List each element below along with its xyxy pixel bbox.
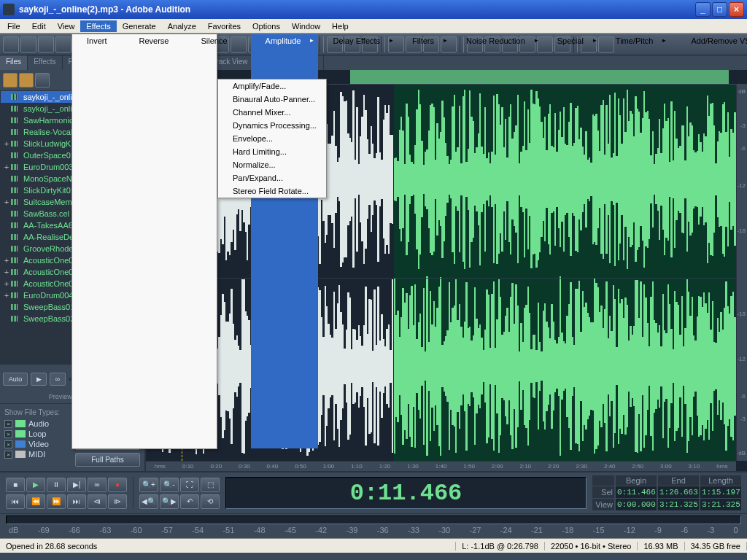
selview-value[interactable]: 3:21.325 <box>700 499 741 510</box>
effects-menu-dropdown: InvertReverseSilenceAmplitudeDelay Effec… <box>71 34 217 449</box>
close-button[interactable]: × <box>729 2 744 17</box>
amplitude-submenu: Amplify/Fade...Binaural Auto-Panner...Ch… <box>217 79 327 198</box>
selview-value[interactable]: 0:11.466 <box>616 486 657 498</box>
level-meter[interactable]: dB-69-66-63-60-57-54-51-48-45-42-39-36-3… <box>0 513 747 538</box>
status-level: L: -1.1dB @ 0:26.798 <box>456 542 545 551</box>
filetype-video[interactable]: ×Video <box>4 440 69 448</box>
menu-options[interactable]: Options <box>247 20 286 32</box>
filetype-loop[interactable]: ×Loop <box>4 429 69 438</box>
menuitem-dynamics-processing-[interactable]: Dynamics Processing... <box>218 119 326 132</box>
menu-view[interactable]: View <box>52 20 81 32</box>
menuitem-envelope-[interactable]: Envelope... <box>218 132 326 145</box>
zoom-prev-button[interactable]: ↶ <box>180 494 199 509</box>
toolbar-button-0[interactable] <box>3 36 19 52</box>
import-file-button[interactable] <box>3 73 18 88</box>
menuitem-invert[interactable]: Invert <box>72 34 125 448</box>
play-button[interactable]: ▶ <box>26 478 45 492</box>
menuitem-reverse[interactable]: Reverse <box>125 34 187 448</box>
maximize-button[interactable]: □ <box>712 2 727 17</box>
status-format: 22050 • 16-bit • Stereo <box>545 542 638 551</box>
time-ruler[interactable]: hms0:100:200:300:400:501:001:101:201:301… <box>146 461 736 471</box>
status-opened: Opened in 28.68 seconds <box>0 542 456 551</box>
menu-file[interactable]: File <box>1 20 26 32</box>
folder-button[interactable] <box>19 73 34 88</box>
menuitem-filters[interactable]: Filters <box>398 34 452 448</box>
app-icon <box>3 4 15 15</box>
auto-button[interactable]: Auto <box>3 373 28 386</box>
minimize-button[interactable]: _ <box>695 2 711 17</box>
menuitem-amplify-fade-[interactable]: Amplify/Fade... <box>218 79 326 93</box>
file-types-label: Show File Types: <box>4 408 69 416</box>
filetype-midi[interactable]: ×MIDI <box>4 450 69 459</box>
menu-edit[interactable]: Edit <box>26 20 52 32</box>
menuitem-special[interactable]: Special <box>543 34 601 448</box>
filetype-audio[interactable]: ×Audio <box>4 419 69 428</box>
menuitem-normalize-[interactable]: Normalize... <box>218 158 326 171</box>
full-paths-button[interactable]: Full Paths <box>75 453 140 467</box>
next-marker-button[interactable]: ⧐ <box>108 494 127 509</box>
time-display[interactable]: 0:11.466 <box>225 477 587 509</box>
go-start-button[interactable]: ⏮ <box>6 494 25 509</box>
statusbar: Opened in 28.68 seconds L: -1.1dB @ 0:26… <box>0 538 747 553</box>
zoom-full-button[interactable]: ⛶ <box>180 478 199 492</box>
menuitem-time-pitch[interactable]: Time/Pitch <box>601 34 671 448</box>
selview-value[interactable]: 3:21.325 <box>658 499 699 510</box>
titlebar: saykoji_-_online(2).mp3 - Adobe Audition… <box>0 0 747 19</box>
toolbar-button-2[interactable] <box>38 36 54 52</box>
menuitem-add-remove-vst-directory-[interactable]: Add/Remove VST Directory... <box>676 34 747 448</box>
toolbar-button-3[interactable] <box>55 36 71 52</box>
menu-effects[interactable]: Effects <box>80 20 116 32</box>
menuitem-delay-effects[interactable]: Delay Effects <box>318 34 398 448</box>
selview-value[interactable]: 0:00.000 <box>616 499 657 510</box>
menuitem-pan-expand-[interactable]: Pan/Expand... <box>218 171 326 184</box>
sidebar-tab-files[interactable]: Files <box>0 55 28 70</box>
preview-play-button[interactable]: ▶ <box>31 373 47 386</box>
zoom-sel-button[interactable]: ⬚ <box>201 478 220 492</box>
menubar: FileEditViewEffectsGenerateAnalyzeFavori… <box>0 19 747 34</box>
menuitem-noise-reduction[interactable]: Noise Reduction <box>452 34 543 448</box>
close-file-button[interactable] <box>35 73 50 88</box>
selview-value[interactable]: 1:15.197 <box>700 486 741 498</box>
menu-help[interactable]: Help <box>326 20 355 32</box>
record-button[interactable]: ● <box>108 478 127 492</box>
pause-button[interactable]: ⏸ <box>47 478 66 492</box>
menuitem-stereo-field-rotate-[interactable]: Stereo Field Rotate... <box>218 184 326 198</box>
zoom-in-left-button[interactable]: ◀🔍 <box>139 494 158 509</box>
play-selection-button[interactable]: ▶| <box>67 478 86 492</box>
sidebar-tab-effects[interactable]: Effects <box>28 55 62 70</box>
preview-loop-button[interactable]: ∞ <box>50 373 66 386</box>
rewind-button[interactable]: ⏪ <box>26 494 45 509</box>
transport-bar: ■ ▶ ⏸ ▶| ∞ ● ⏮ ⏪ ⏩ ⏭ ⧏ ⧐ 🔍+ 🔍- ⛶ ⬚ ◀🔍 🔍▶… <box>0 471 747 513</box>
menu-analyze[interactable]: Analyze <box>162 20 202 32</box>
menuitem-channel-mixer-[interactable]: Channel Mixer... <box>218 106 326 119</box>
menuitem-binaural-auto-panner-[interactable]: Binaural Auto-Panner... <box>218 93 326 106</box>
selview-value[interactable]: 1:26.663 <box>658 486 699 498</box>
titlebar-text: saykoji_-_online(2).mp3 - Adobe Audition <box>19 4 695 15</box>
toolbar-button-1[interactable] <box>20 36 36 52</box>
zoom-out-button[interactable]: 🔍- <box>160 478 179 492</box>
stop-button[interactable]: ■ <box>6 478 25 492</box>
menuitem-hard-limiting-[interactable]: Hard Limiting... <box>218 145 326 158</box>
zoom-in-right-button[interactable]: 🔍▶ <box>160 494 179 509</box>
menu-window[interactable]: Window <box>286 20 326 32</box>
status-free: 34.35 GB free <box>685 542 748 551</box>
loop-button[interactable]: ∞ <box>88 478 107 492</box>
prev-marker-button[interactable]: ⧏ <box>88 494 107 509</box>
status-size: 16.93 MB <box>638 542 684 551</box>
go-end-button[interactable]: ⏭ <box>67 494 86 509</box>
zoom-in-button[interactable]: 🔍+ <box>139 478 158 492</box>
zoom-reset-button[interactable]: ⟲ <box>201 494 220 509</box>
menu-generate[interactable]: Generate <box>117 20 162 32</box>
menu-favorites[interactable]: Favorites <box>202 20 247 32</box>
forward-button[interactable]: ⏩ <box>47 494 66 509</box>
selection-view-panel: BeginEndLengthSel0:11.4661:26.6631:15.19… <box>592 475 741 510</box>
